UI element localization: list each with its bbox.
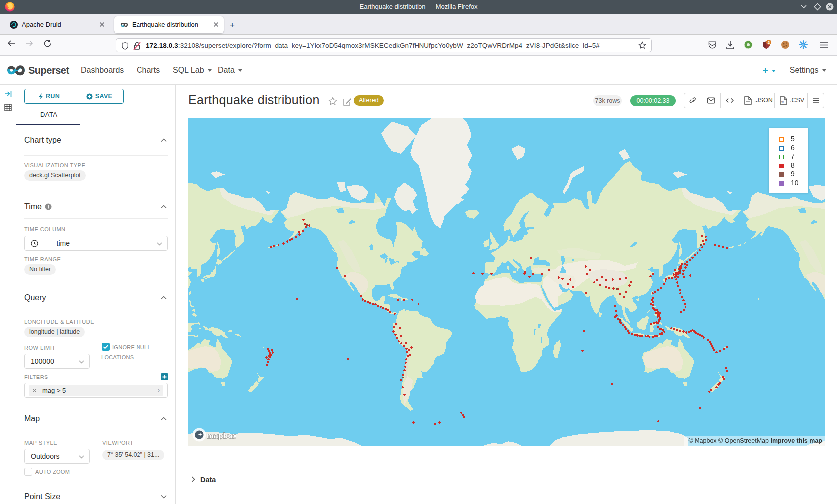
svg-text:mapbox: mapbox (207, 431, 236, 440)
svg-text:2: 2 (768, 40, 770, 45)
svg-text:x!: x! (781, 100, 784, 104)
